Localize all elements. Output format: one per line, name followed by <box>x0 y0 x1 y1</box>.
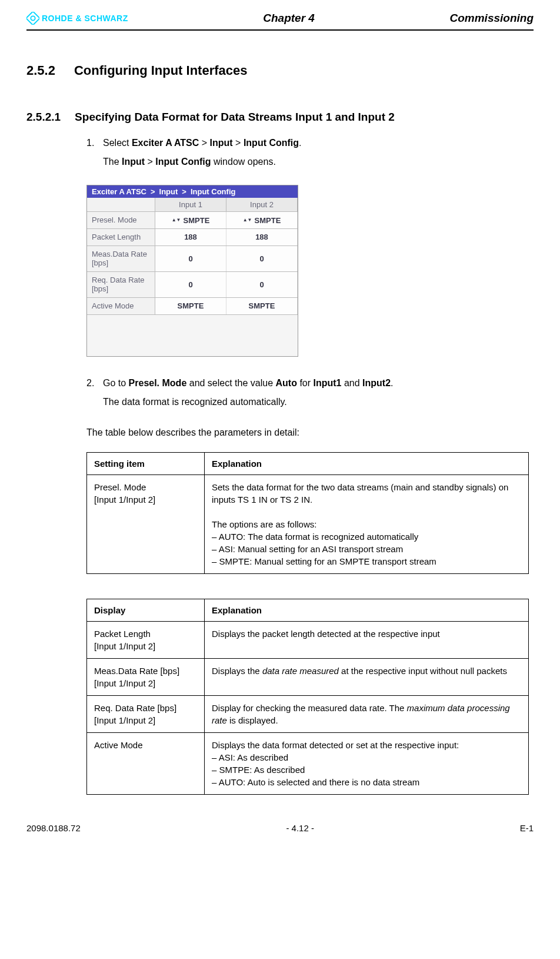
meas-data-rate-input1: 0 <box>155 246 226 271</box>
settings-table: Setting item Explanation Presel. Mode [I… <box>86 452 529 574</box>
footer-left: 2098.0188.72 <box>26 823 81 833</box>
step-2: 2. Go to Presel. Mode and select the val… <box>86 377 534 390</box>
col-header-input1: Input 1 <box>155 198 226 212</box>
step-text: Select Exciter A ATSC > Input > Input Co… <box>103 137 302 150</box>
logo: ROHDE & SCHWARZ <box>26 12 128 25</box>
subsection-title: Specifying Data Format for Data Streams … <box>75 111 395 124</box>
cell-display: Packet Length [Input 1/Input 2] <box>87 622 205 659</box>
chapter-label: Chapter 4 <box>128 12 450 25</box>
display-table: Display Explanation Packet Length [Input… <box>86 599 529 795</box>
step-1-sub: The Input > Input Config window opens. <box>103 157 534 167</box>
row-req-data-rate: Req. Data Rate [bps] 0 0 <box>87 272 298 298</box>
row-label: Packet Length <box>87 229 155 245</box>
table-intro: The table below describes the parameters… <box>86 426 534 439</box>
th-display: Display <box>87 599 205 622</box>
section-number: 2.5.2 <box>26 63 55 78</box>
step-marker: 2. <box>86 377 97 390</box>
presel-mode-input2[interactable]: ▲▼SMPTE <box>226 212 298 228</box>
page-header: ROHDE & SCHWARZ Chapter 4 Commissioning <box>26 12 534 31</box>
titlebar: Exciter A ATSC > Input > Input Config <box>87 185 298 198</box>
packet-length-input2: 188 <box>226 229 298 245</box>
spinner-icon: ▲▼ <box>243 218 252 222</box>
row-label: Presel. Mode <box>87 212 155 228</box>
subsection-number: 2.5.2.1 <box>26 111 61 124</box>
step-text: Go to Presel. Mode and select the value … <box>103 377 394 390</box>
th-setting-item: Setting item <box>87 453 205 475</box>
presel-mode-input1[interactable]: ▲▼SMPTE <box>155 212 226 228</box>
step-2-sub: The data format is recognized automatica… <box>103 397 534 407</box>
cell-display: Active Mode <box>87 733 205 795</box>
row-packet-length: Packet Length 188 188 <box>87 229 298 246</box>
section-title: Configuring Input Interfaces <box>74 63 248 78</box>
col-header-input2: Input 2 <box>226 198 298 212</box>
footer-center: - 4.12 - <box>286 823 314 833</box>
packet-length-input1: 188 <box>155 229 226 245</box>
step-1: 1. Select Exciter A ATSC > Input > Input… <box>86 137 534 150</box>
logo-text: ROHDE & SCHWARZ <box>42 14 128 23</box>
cell-explanation: Displays the data rate measured at the r… <box>205 659 529 696</box>
cell-explanation: Sets the data format for the two data st… <box>205 475 529 574</box>
table-row: Presel. Mode [Input 1/Input 2] Sets the … <box>87 475 529 574</box>
req-data-rate-input2: 0 <box>226 272 298 297</box>
svg-rect-0 <box>26 12 39 25</box>
row-label: Active Mode <box>87 298 155 314</box>
step-marker: 1. <box>86 137 97 150</box>
meas-data-rate-input2: 0 <box>226 246 298 271</box>
table-row: Meas.Data Rate [bps] [Input 1/Input 2] D… <box>87 659 529 696</box>
cell-explanation: Displays the data format detected or set… <box>205 733 529 795</box>
svg-point-1 <box>31 16 35 20</box>
column-headers: Input 1 Input 2 <box>87 198 298 212</box>
subsection-heading: 2.5.2.1 Specifying Data Format for Data … <box>26 111 534 124</box>
table-row: Active Mode Displays the data format det… <box>87 733 529 795</box>
input-config-screenshot: Exciter A ATSC > Input > Input Config In… <box>86 185 298 356</box>
cell-display: Meas.Data Rate [bps] [Input 1/Input 2] <box>87 659 205 696</box>
spinner-icon: ▲▼ <box>172 218 181 222</box>
th-explanation: Explanation <box>205 453 529 475</box>
row-active-mode: Active Mode SMPTE SMPTE <box>87 298 298 315</box>
active-mode-input2: SMPTE <box>226 298 298 314</box>
row-label: Meas.Data Rate [bps] <box>87 246 155 271</box>
section-heading: 2.5.2 Configuring Input Interfaces <box>26 63 534 78</box>
req-data-rate-input1: 0 <box>155 272 226 297</box>
row-presel-mode: Presel. Mode ▲▼SMPTE ▲▼SMPTE <box>87 212 298 229</box>
th-explanation: Explanation <box>205 599 529 622</box>
page-footer: 2098.0188.72 - 4.12 - E-1 <box>26 823 534 833</box>
empty-area <box>87 315 298 356</box>
cell-setting: Presel. Mode [Input 1/Input 2] <box>87 475 205 574</box>
table-row: Packet Length [Input 1/Input 2] Displays… <box>87 622 529 659</box>
row-label: Req. Data Rate [bps] <box>87 272 155 297</box>
footer-right: E-1 <box>520 823 534 833</box>
active-mode-input1: SMPTE <box>155 298 226 314</box>
table-row: Req. Data Rate [bps] [Input 1/Input 2] D… <box>87 696 529 733</box>
logo-icon <box>26 12 39 25</box>
header-title: Commissioning <box>449 12 534 25</box>
cell-explanation: Displays the packet length detected at t… <box>205 622 529 659</box>
cell-display: Req. Data Rate [bps] [Input 1/Input 2] <box>87 696 205 733</box>
row-meas-data-rate: Meas.Data Rate [bps] 0 0 <box>87 246 298 272</box>
cell-explanation: Display for checking the measured data r… <box>205 696 529 733</box>
